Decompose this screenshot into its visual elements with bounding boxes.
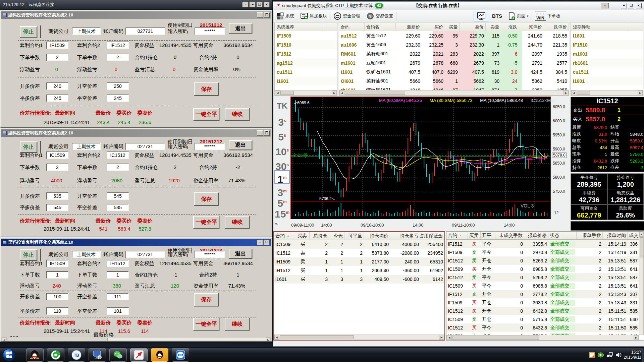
positions-header-cell[interactable]: 总持仓: [310, 232, 329, 240]
watchlist-row[interactable]: i1601: [571, 76, 643, 85]
watchlist-row[interactable]: IF1512: [275, 49, 337, 58]
orders-header-cell[interactable]: 报单时间: [603, 232, 628, 239]
scroll-left-arrow[interactable]: ◀: [339, 90, 344, 95]
window-minimize-button[interactable]: –: [257, 12, 263, 18]
contract1-input[interactable]: IF1509: [46, 42, 68, 49]
quotes-header-cell[interactable]: 最新价: [396, 23, 422, 31]
quotes-header-cell[interactable]: 跌停价: [544, 23, 569, 31]
scroll-thumb[interactable]: [7, 338, 108, 341]
flatten-all-button[interactable]: 一键全平: [193, 318, 219, 330]
scroll-right-arrow[interactable]: ▶: [638, 90, 643, 95]
tray-green-plus-button[interactable]: [598, 352, 604, 358]
order-row[interactable]: IC1512买开仓06432.8全部成交215:11:51585: [446, 307, 644, 315]
continue-button[interactable]: 继续: [225, 216, 250, 229]
taskbar-qq-penguin-button[interactable]: [26, 348, 44, 362]
watchlist-row[interactable]: rb1601: [571, 58, 643, 67]
watchlist-row[interactable]: ag1512: [275, 58, 337, 67]
contract2-input[interactable]: IF1512: [107, 42, 129, 49]
quote-row[interactable]: au1512黄金1512229.60229.6095229.70115-0.50…: [339, 31, 569, 40]
account-input[interactable]: 027731: [125, 251, 165, 258]
watchlist-row[interactable]: i1601: [275, 76, 337, 85]
exit-button[interactable]: 退出: [229, 249, 252, 259]
taskbar-browser-360-button[interactable]: [47, 348, 64, 362]
orders-header-cell[interactable]: 成交: [628, 232, 639, 239]
pane-hscrollbar[interactable]: ◀▶: [275, 90, 337, 96]
x-axis-tick[interactable]: 09/09-11:00: [291, 223, 314, 228]
lots1-input[interactable]: 2: [46, 164, 68, 171]
scroll-thumb[interactable]: [577, 91, 590, 95]
toolbar-item-trade-settings[interactable]: $交易设置: [363, 10, 396, 22]
order-row[interactable]: IF1509卖平今02970.8全部成交215:14:19331: [446, 248, 644, 256]
window-hscrollbar[interactable]: ◀▶: [1, 337, 271, 341]
notification-badge[interactable]: 43: [374, 3, 384, 8]
scroll-thumb[interactable]: [280, 91, 294, 95]
timeframe-30s-button[interactable]: 30s: [274, 158, 290, 172]
contract1-input[interactable]: IC1509: [46, 152, 68, 159]
quote-row[interactable]: OI601菜籽油6015660566015662302458625410: [339, 76, 569, 85]
toolbar-item-chart[interactable]: [474, 11, 489, 21]
quote-row[interactable]: i1601铁矿石1601407.5407.06299407.56193.0424…: [339, 67, 569, 76]
scroll-left-arrow[interactable]: ◀: [447, 335, 452, 340]
quote-row[interactable]: au1606黄金1606232.30232.253232.301-0.75244…: [339, 40, 569, 49]
watchlist-row[interactable]: IF1510: [275, 40, 337, 49]
close-long-input[interactable]: 245: [46, 95, 68, 102]
scroll-left-arrow[interactable]: ◀: [274, 335, 279, 340]
lots2-input[interactable]: 1: [107, 271, 129, 279]
x-axis-tick[interactable]: 14:00: [321, 223, 332, 228]
positions-header-cell[interactable]: 持仓盈亏: [390, 232, 420, 240]
orders-header-cell[interactable]: 开平: [481, 232, 495, 239]
orders-hscrollbar[interactable]: ◀▶: [446, 335, 639, 340]
save-button[interactable]: 保存: [194, 293, 219, 306]
quote-row[interactable]: RM601菜籽粕601202220212832022397620971935: [339, 49, 569, 58]
password-input[interactable]: ******: [195, 251, 225, 258]
quotes-header-cell[interactable]: 买价: [422, 23, 445, 31]
stop-button[interactable]: 停止: [20, 26, 37, 38]
scroll-thumb[interactable]: [345, 91, 405, 95]
toolbar-item-order-panel[interactable]: ﹡﹡﹡WIN下单板: [532, 10, 564, 22]
taskbar-tb-button[interactable]: TB: [68, 348, 85, 362]
position-row[interactable]: IC1512卖2225873.80-2080.00234952: [274, 249, 444, 257]
watchlist-row[interactable]: IF1509: [275, 31, 337, 40]
order-row[interactable]: IF1512卖开仓02778.2全部成交215:13:43307: [446, 290, 644, 298]
window-titlebar[interactable]: 里犸投资套利程序化交易系统2.10–❐: [1, 129, 271, 137]
scroll-left-arrow[interactable]: ◀: [275, 90, 280, 95]
timeframe-1m-button[interactable]: 1m: [274, 170, 290, 184]
quote-row[interactable]: m1601豆粕160126792678668267973-527912577: [339, 58, 569, 67]
lots2-input[interactable]: 2: [107, 54, 129, 61]
positions-header-cell[interactable]: 占用保证金: [420, 232, 444, 240]
scroll-right-arrow[interactable]: ▶: [332, 90, 337, 95]
timeframe-5s-button[interactable]: 5s: [274, 129, 290, 142]
open-short-input[interactable]: 545: [107, 192, 129, 200]
password-input[interactable]: ******: [195, 27, 225, 35]
positions-header-cell[interactable]: 可平量: [344, 232, 364, 240]
taskbar-clock[interactable]: 15:27 2015/9/11: [624, 350, 642, 360]
window-titlebar[interactable]: 里犸投资套利程序化交易系统2.10–❐: [1, 11, 271, 19]
order-row[interactable]: IF1509买开仓03630.8全部成交215:13:43331: [446, 298, 644, 307]
window-maximize-button[interactable]: ❐: [264, 130, 270, 136]
rdp-maximize-button[interactable]: ❐: [257, 2, 263, 7]
contract2-input[interactable]: IC1512: [107, 152, 129, 159]
timeframe-TK-button[interactable]: TK: [274, 99, 290, 113]
lots2-input[interactable]: 2: [107, 164, 129, 171]
positions-hscrollbar[interactable]: ◀▶: [274, 335, 444, 340]
contract2-input[interactable]: IH1512: [107, 260, 129, 267]
bid-row[interactable]: 买入5857.02: [571, 115, 644, 124]
account-input[interactable]: 027731: [125, 27, 165, 35]
open-long-input[interactable]: 240: [46, 82, 68, 90]
window-titlebar[interactable]: 里犸投资套利程序化交易系统2.10–❐: [1, 239, 271, 246]
taskbar-remote-desktop-button[interactable]: ⚙: [89, 348, 106, 362]
taskbar-trading-app-button[interactable]: [130, 348, 148, 362]
close-short-input[interactable]: 101: [107, 307, 129, 315]
order-row[interactable]: IC1509买平今06985.8全部成交215:13:51641: [446, 282, 644, 290]
app-minimize-button[interactable]: –: [621, 3, 627, 8]
close-short-input[interactable]: 245: [107, 95, 129, 102]
flatten-all-button[interactable]: 一键全平: [193, 216, 219, 229]
order-row[interactable]: IF1512买平今03395.4全部成交215:14:19306: [446, 240, 644, 248]
scroll-vthumb[interactable]: [640, 237, 643, 257]
tray-notes-button[interactable]: [589, 352, 595, 358]
scroll-up-arrow[interactable]: ▲: [639, 232, 643, 237]
x-axis-tick[interactable]: 09/10-10:00: [361, 223, 384, 228]
close-long-input[interactable]: 545: [46, 204, 68, 211]
exit-button[interactable]: 退出: [229, 23, 252, 34]
quotes-header-cell[interactable]: 涨跌: [501, 23, 519, 31]
